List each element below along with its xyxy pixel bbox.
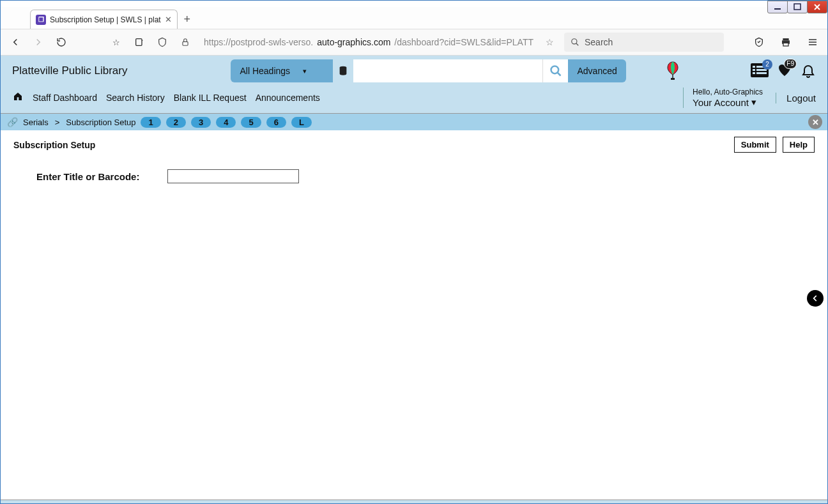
collapse-panel-button[interactable] (807, 290, 824, 307)
breadcrumb-separator: > (55, 118, 60, 127)
window-minimize-button[interactable] (767, 1, 788, 13)
browser-search-placeholder: Search (585, 37, 613, 47)
step-pill-4[interactable]: 4 (216, 117, 236, 128)
home-icon[interactable] (12, 91, 24, 104)
browser-tab-title: Subscription Setup | SWLS | plat (50, 15, 161, 24)
search-headings-label: All Headings (240, 66, 290, 76)
balloon-icon[interactable] (666, 61, 680, 82)
favorites-badge: F9 (784, 59, 797, 69)
breadcrumb-current: Subscription Setup (66, 118, 135, 127)
notifications-icon[interactable] (801, 62, 816, 80)
svg-rect-7 (783, 43, 788, 46)
step-pill-1[interactable]: 1 (141, 117, 160, 128)
url-path: /dashboard?cid=SWLS&lid=PLATT (394, 37, 533, 47)
bookmark-star-icon[interactable]: ☆ (108, 34, 125, 50)
svg-rect-3 (183, 42, 188, 45)
window-maximize-button[interactable] (787, 1, 808, 13)
svg-rect-17 (756, 72, 767, 74)
pocket-icon[interactable] (751, 34, 767, 50)
search-icon (571, 38, 579, 47)
step-pill-3[interactable]: 3 (191, 117, 211, 128)
advanced-search-button[interactable]: Advanced (568, 59, 625, 82)
database-icon[interactable] (333, 59, 353, 82)
library-name: Platteville Public Library (12, 65, 127, 77)
step-pill-last[interactable]: L (291, 117, 312, 128)
shield-icon[interactable] (154, 34, 171, 50)
nav-announcements[interactable]: Announcements (256, 93, 320, 103)
svg-rect-14 (753, 69, 755, 71)
link-icon: 🔗 (7, 117, 18, 127)
url-bar[interactable]: https://postprod-swls-verso.auto-graphic… (200, 33, 558, 52)
svg-rect-1 (794, 4, 801, 10)
nav-staff-dashboard[interactable]: Staff Dashboard (33, 93, 97, 103)
search-headings-dropdown[interactable]: All Headings ▾ (231, 59, 333, 82)
reload-button[interactable] (53, 34, 70, 50)
lock-icon[interactable] (177, 34, 194, 50)
step-pill-6[interactable]: 6 (266, 117, 286, 128)
svg-rect-16 (753, 72, 755, 74)
your-account-dropdown[interactable]: Your Account ▾ (693, 96, 763, 108)
catalog-search-input[interactable] (353, 59, 542, 82)
back-button[interactable] (7, 34, 24, 50)
new-tab-button[interactable]: + (178, 10, 197, 29)
title-barcode-label: Enter Title or Barcode: (36, 171, 139, 182)
svg-point-4 (572, 39, 577, 44)
your-account-label: Your Account (693, 97, 749, 108)
svg-point-9 (551, 66, 558, 74)
logout-link[interactable]: Logout (776, 93, 816, 103)
tab-close-icon[interactable]: ✕ (165, 15, 172, 24)
favicon-icon: ❐ (36, 15, 46, 25)
chevron-down-icon: ▾ (751, 96, 756, 108)
account-greeting: Hello, Auto-Graphics (693, 88, 763, 96)
page-title: Subscription Setup (13, 140, 95, 150)
extensions-icon[interactable] (131, 34, 148, 50)
breadcrumb-root[interactable]: Serials (23, 118, 49, 127)
favorites-icon[interactable]: F9 (776, 63, 793, 80)
breadcrumb-bar: 🔗 Serials > Subscription Setup 1 2 3 4 5… (1, 114, 827, 130)
submit-button[interactable]: Submit (734, 137, 776, 153)
browser-tab[interactable]: ❐ Subscription Setup | SWLS | plat ✕ (30, 10, 178, 29)
catalog-search-button[interactable] (542, 59, 568, 82)
svg-rect-10 (671, 78, 675, 80)
svg-rect-2 (136, 39, 142, 46)
step-pill-5[interactable]: 5 (241, 117, 261, 128)
url-star-icon[interactable]: ☆ (546, 37, 554, 47)
svg-rect-5 (783, 38, 788, 40)
advanced-search-label: Advanced (577, 66, 617, 76)
title-barcode-input[interactable] (167, 169, 299, 183)
url-host: auto-graphics.com (317, 37, 390, 47)
menu-icon[interactable] (804, 34, 821, 50)
url-prefix: https://postprod-swls-verso. (204, 37, 313, 47)
nav-search-history[interactable]: Search History (106, 93, 165, 103)
step-pill-2[interactable]: 2 (166, 117, 186, 128)
lists-badge: 2 (762, 59, 772, 70)
chevron-down-icon: ▾ (303, 67, 307, 75)
browser-search-box[interactable]: Search (564, 33, 724, 52)
svg-rect-12 (753, 66, 755, 68)
print-icon[interactable] (778, 34, 794, 50)
window-close-button[interactable] (807, 1, 827, 13)
svg-rect-0 (774, 8, 781, 10)
breadcrumb-close-button[interactable]: ✕ (808, 115, 822, 129)
help-button[interactable]: Help (783, 137, 815, 153)
lists-icon[interactable]: 2 (751, 63, 769, 79)
nav-blank-ill-request[interactable]: Blank ILL Request (174, 93, 247, 103)
forward-button[interactable] (30, 34, 47, 50)
